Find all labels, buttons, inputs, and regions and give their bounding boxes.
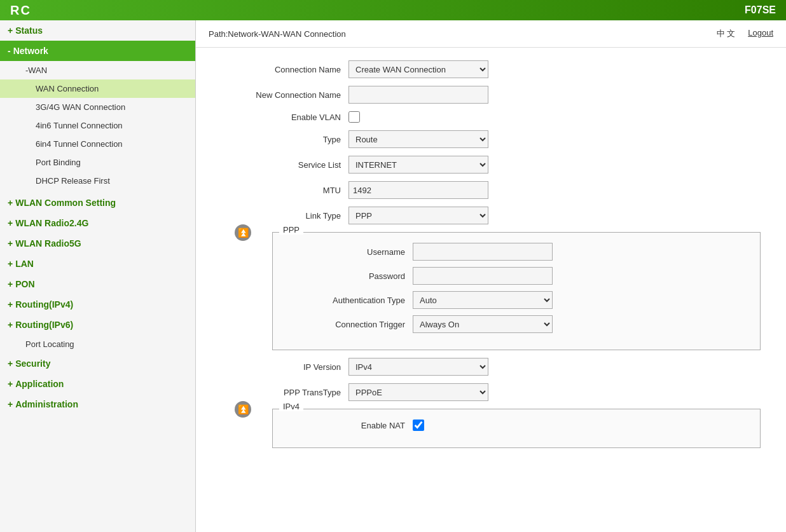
ppp-collapse-button[interactable]: ⏫ [235,224,251,241]
sidebar-item-status[interactable]: +Status [0,20,195,41]
sidebar: +Status -Network -WAN WAN Connection 3G/… [0,20,196,532]
enable-nat-label: Enable NAT [286,421,413,430]
sidebar-item-wlan-common[interactable]: +WLAN Common Setting [0,193,195,213]
logout-button[interactable]: Logout [748,28,773,39]
connection-trigger-row: Connection Trigger Always On [286,315,747,333]
routing-ipv4-prefix-icon: + [8,299,13,310]
ppp-transtype-label: PPP TransType [221,388,348,397]
sidebar-item-6in4[interactable]: 6in4 Tunnel Connection [0,135,195,153]
ipv4-section: IPv4 ⏫ Enable NAT [272,409,761,448]
ip-version-select[interactable]: IPv4 [348,358,488,376]
sidebar-item-wlan-radio24[interactable]: +WLAN Radio2.4G [0,213,195,233]
enable-nat-row: Enable NAT [286,419,747,431]
type-select[interactable]: Route [348,130,488,148]
service-list-label: Service List [221,160,348,170]
wlan-radio24-prefix-icon: + [8,218,13,228]
path-bar: Path:Network-WAN-WAN Connection 中 文 Logo… [196,20,786,48]
ip-version-row: IP Version IPv4 [221,358,761,376]
application-prefix-icon: + [8,379,13,389]
new-connection-name-row: New Connection Name [221,86,761,104]
sidebar-item-routing-ipv6[interactable]: +Routing(IPv6) [0,315,195,335]
new-connection-name-input[interactable] [348,86,488,104]
sidebar-item-wan-connection[interactable]: WAN Connection [0,79,195,98]
breadcrumb: Path:Network-WAN-WAN Connection [209,29,346,39]
username-row: Username [286,243,747,261]
security-prefix-icon: + [8,358,13,369]
connection-name-select[interactable]: Create WAN Connection [348,60,488,78]
username-input[interactable] [413,243,553,261]
wlan-common-prefix-icon: + [8,198,13,208]
sidebar-item-port-binding[interactable]: Port Binding [0,153,195,172]
new-connection-name-label: New Connection Name [221,90,348,100]
sidebar-item-pon[interactable]: +PON [0,274,195,294]
type-row: Type Route [221,130,761,148]
password-label: Password [286,271,413,281]
logo: RC [10,3,31,18]
lan-prefix-icon: + [8,259,13,269]
administration-prefix-icon: + [8,399,13,409]
auth-type-label: Authentication Type [286,296,413,305]
link-type-label: Link Type [221,211,348,221]
sidebar-item-dhcp-release[interactable]: DHCP Release First [0,172,195,190]
enable-vlan-row: Enable VLAN [221,111,761,123]
sidebar-item-routing-ipv4[interactable]: +Routing(IPv4) [0,294,195,315]
sidebar-item-wlan-radio5g[interactable]: +WLAN Radio5G [0,233,195,254]
username-label: Username [286,247,413,257]
sidebar-item-wan[interactable]: -WAN [0,61,195,79]
type-label: Type [221,135,348,144]
sidebar-item-network[interactable]: -Network [0,41,195,61]
ipv4-section-label: IPv4 [279,402,303,411]
connection-name-row: Connection Name Create WAN Connection [221,60,761,78]
connection-name-label: Connection Name [221,65,348,74]
sidebar-item-4in6[interactable]: 4in6 Tunnel Connection [0,116,195,135]
enable-nat-checkbox[interactable] [413,419,424,431]
language-button[interactable]: 中 文 [717,28,736,39]
path-actions: 中 文 Logout [717,28,773,39]
link-type-select[interactable]: PPP [348,207,488,224]
sidebar-item-lan[interactable]: +LAN [0,254,195,274]
password-row: Password [286,267,747,285]
content-area: Path:Network-WAN-WAN Connection 中 文 Logo… [196,20,786,532]
ppp-transtype-select[interactable]: PPPoE [348,383,488,401]
form-area: Connection Name Create WAN Connection Ne… [196,48,786,468]
auth-type-select[interactable]: Auto [413,291,553,309]
ip-version-label: IP Version [221,362,348,372]
mtu-input[interactable] [348,181,488,199]
sidebar-item-security[interactable]: +Security [0,353,195,374]
password-input[interactable] [413,267,553,285]
model-label: F07SE [745,4,776,16]
wlan-radio5g-prefix-icon: + [8,238,13,249]
service-list-row: Service List INTERNET [221,156,761,174]
enable-vlan-label: Enable VLAN [221,113,348,122]
link-type-row: Link Type PPP [221,207,761,224]
service-list-select[interactable]: INTERNET [348,156,488,174]
ipv4-collapse-button[interactable]: ⏫ [235,401,251,418]
ppp-transtype-row: PPP TransType PPPoE [221,383,761,401]
ppp-section: PPP ⏫ Username Password Authenticatio [272,232,761,350]
connection-trigger-select[interactable]: Always On [413,315,553,333]
enable-vlan-checkbox[interactable] [348,111,360,123]
status-prefix-icon: + [8,25,13,36]
ppp-section-label: PPP [279,225,303,235]
sidebar-item-administration[interactable]: +Administration [0,394,195,414]
network-prefix-icon: - [8,46,11,56]
routing-ipv6-prefix-icon: + [8,320,13,330]
connection-trigger-label: Connection Trigger [286,320,413,329]
sidebar-item-application[interactable]: +Application [0,374,195,394]
mtu-row: MTU [221,181,761,199]
auth-type-row: Authentication Type Auto [286,291,747,309]
mtu-label: MTU [221,186,348,195]
sidebar-item-3g4g[interactable]: 3G/4G WAN Connection [0,98,195,116]
pon-prefix-icon: + [8,279,13,289]
sidebar-item-port-locating[interactable]: Port Locating [0,335,195,353]
